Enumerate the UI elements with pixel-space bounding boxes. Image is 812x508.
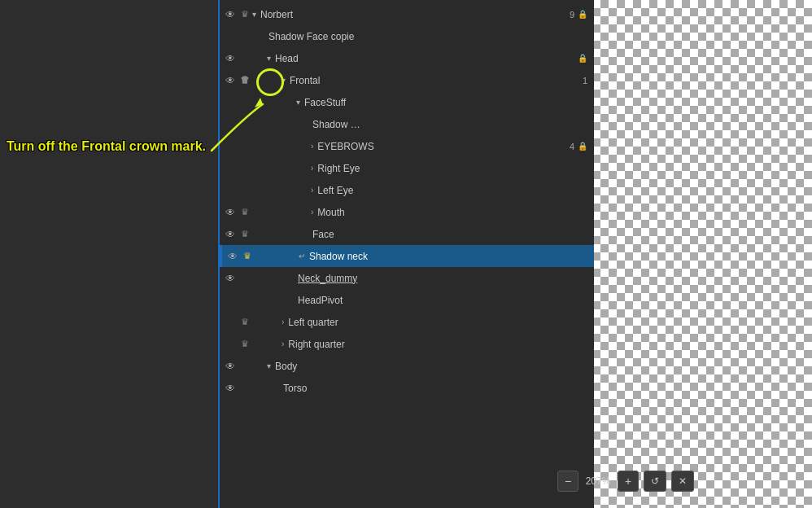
eye-icon[interactable]: 👁 <box>223 7 238 22</box>
layer-name: HeadPivot <box>296 295 591 306</box>
eye-icon[interactable]: 👁 <box>223 227 238 242</box>
crown-highlight-circle <box>256 68 284 96</box>
layer-name: Norbert <box>259 9 570 20</box>
expand-arrow[interactable]: › <box>311 142 313 151</box>
layer-row[interactable]: 👁▾Body <box>220 355 594 377</box>
layer-name: Right Eye <box>316 163 591 174</box>
layer-name: Mouth <box>316 207 591 218</box>
layer-name: Shadow … <box>311 119 591 130</box>
crown-icon[interactable] <box>238 293 252 308</box>
eye-icon[interactable]: 👁 <box>223 271 238 286</box>
layer-badge: 1 <box>583 76 587 85</box>
eye-icon[interactable]: 👁 <box>223 51 238 66</box>
reset-button[interactable]: ↺ <box>644 471 666 492</box>
layer-row[interactable]: Shadow … <box>220 113 594 135</box>
bottom-toolbar: − 207% + ↺ ✕ <box>438 471 812 492</box>
zoom-plus-button[interactable]: + <box>618 471 639 492</box>
crown-icon[interactable] <box>238 51 252 66</box>
layer-row[interactable]: 👁Neck_dummy <box>220 267 594 289</box>
layer-row[interactable]: 👁♛▾Norbert9🔒 <box>220 3 594 25</box>
layer-row[interactable]: Shadow Face copie <box>220 25 594 47</box>
layer-badge: 9 <box>570 10 574 20</box>
layer-name: Left Eye <box>316 185 591 196</box>
expand-arrow[interactable]: › <box>282 339 284 348</box>
lock-icon: 🔒 <box>578 10 587 19</box>
layer-name: Body <box>273 361 591 372</box>
layer-scroll-area[interactable]: 👁♛▾Norbert9🔒Shadow Face copie👁▾Head🔒👁♛▾F… <box>220 0 594 456</box>
layer-row[interactable]: 👁Torso <box>220 377 594 399</box>
crown-icon[interactable]: ♛ <box>238 205 252 220</box>
layer-name: FaceStuff <box>303 97 591 108</box>
expand-arrow[interactable]: › <box>282 318 284 326</box>
lock-icon: 🔒 <box>578 54 587 63</box>
layer-row[interactable]: 👁♛Face <box>220 223 594 245</box>
layer-name: Shadow neck <box>308 251 591 262</box>
layer-row[interactable]: ›EYEBROWS4🔒 <box>220 135 594 157</box>
layer-name: Shadow Face copie <box>267 31 591 42</box>
zoom-level-label: 207% <box>583 475 613 487</box>
expand-arrow[interactable]: ▾ <box>267 361 271 370</box>
crown-icon[interactable]: ♛ <box>240 249 255 264</box>
eye-icon[interactable]: 👁 <box>223 381 238 396</box>
crown-icon[interactable]: ♛ <box>238 227 252 242</box>
eye-icon[interactable]: 👁 <box>223 205 238 220</box>
layer-row[interactable]: 👁▾Head🔒 <box>220 47 594 69</box>
layer-badge: 4 <box>570 142 574 151</box>
lock-icon: 🔒 <box>578 142 587 151</box>
layer-name: Head <box>273 53 578 64</box>
layer-name: Neck_dummy <box>296 273 591 284</box>
crown-icon[interactable]: ♛ <box>238 7 252 22</box>
left-panel <box>0 0 218 508</box>
layer-name: Face <box>311 229 591 240</box>
crown-icon[interactable] <box>238 381 252 396</box>
layer-row[interactable]: 👁♛›Mouth <box>220 201 594 223</box>
layer-name: Right quarter <box>286 339 591 350</box>
expand-arrow[interactable]: ↵ <box>299 252 305 261</box>
layer-name: EYEBROWS <box>316 141 570 152</box>
layer-name: Torso <box>282 383 591 394</box>
crown-icon[interactable] <box>238 183 252 198</box>
crown-icon[interactable] <box>238 359 252 374</box>
layer-row[interactable]: 👁♛↵Shadow neck <box>220 245 594 267</box>
fit-button[interactable]: ✕ <box>671 471 694 492</box>
layer-row[interactable]: ♛›Left quarter <box>220 311 594 333</box>
expand-arrow[interactable]: › <box>311 208 313 217</box>
canvas-background <box>592 0 812 508</box>
crown-icon[interactable] <box>238 271 252 286</box>
layer-row[interactable]: ♛›Right quarter <box>220 333 594 355</box>
crown-icon[interactable] <box>238 161 252 176</box>
eye-icon[interactable]: 👁 <box>225 249 240 264</box>
layer-row[interactable]: ›Right Eye <box>220 157 594 179</box>
crown-icon[interactable]: ♛ <box>238 315 252 330</box>
crown-icon[interactable]: ♛ <box>238 337 252 352</box>
expand-arrow[interactable]: ▾ <box>252 10 256 19</box>
layer-row[interactable]: HeadPivot <box>220 289 594 311</box>
zoom-minus-button[interactable]: − <box>557 471 578 492</box>
expand-arrow[interactable]: › <box>311 164 313 173</box>
crown-icon[interactable] <box>238 29 252 44</box>
layer-row[interactable]: ›Left Eye <box>220 179 594 201</box>
layer-name: Frontal <box>288 75 583 86</box>
layer-list: 👁♛▾Norbert9🔒Shadow Face copie👁▾Head🔒👁♛▾F… <box>220 0 594 399</box>
expand-arrow[interactable]: › <box>311 186 313 195</box>
layer-name: Left quarter <box>286 317 591 328</box>
annotation-text: Turn off the Frontal crown mark. <box>7 138 206 155</box>
eye-icon[interactable]: 👁 <box>223 359 238 374</box>
expand-arrow[interactable]: ▾ <box>296 98 300 107</box>
expand-arrow[interactable]: ▾ <box>267 54 271 63</box>
